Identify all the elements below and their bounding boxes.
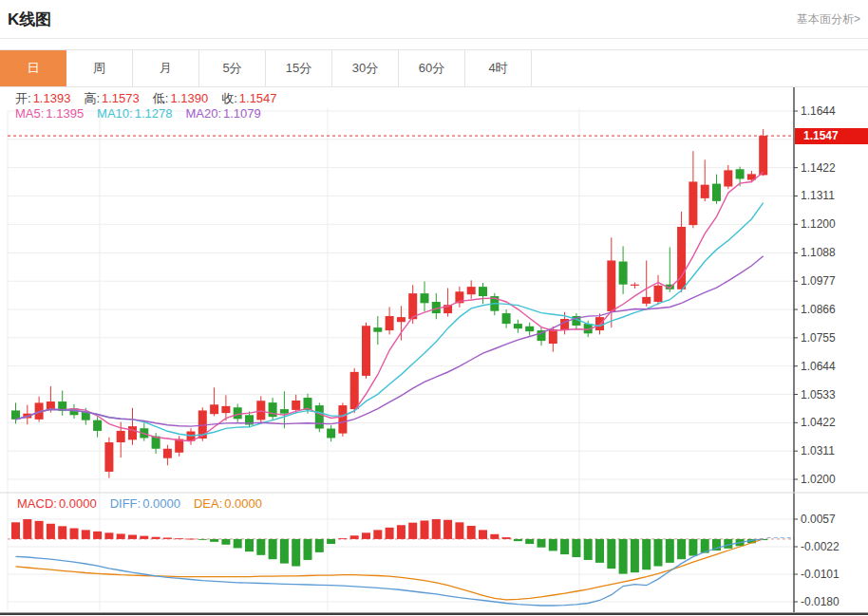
legend-item: 开:1.1393 bbox=[15, 90, 70, 107]
tab-month[interactable]: 月 bbox=[133, 50, 199, 86]
legend-item: MA20:1.1079 bbox=[185, 106, 260, 121]
price-tick: 1.0533 bbox=[801, 387, 865, 402]
legend-item: 高:1.1573 bbox=[84, 90, 139, 107]
price-tick: 1.0422 bbox=[801, 415, 865, 430]
price-tick: 1.0977 bbox=[801, 273, 865, 289]
price-tick: 1.1311 bbox=[801, 188, 865, 203]
macd-legend: MACD:0.0000DIFF:0.0000DEA:0.0000 bbox=[17, 496, 275, 511]
current-price-label: 1.1547 bbox=[795, 128, 868, 144]
macd-tick: -0.0101 bbox=[801, 567, 865, 582]
price-tick: 1.1422 bbox=[801, 160, 865, 176]
ma-legend: MA5:1.1395MA10:1.1278MA20:1.1079 bbox=[15, 106, 274, 121]
tab-5min[interactable]: 5分 bbox=[199, 50, 266, 86]
price-tick: 1.0311 bbox=[801, 443, 865, 458]
price-tick: 1.1200 bbox=[801, 216, 865, 232]
chart-area[interactable]: 开:1.1393高:1.1573低:1.1390收:1.1547 MA5:1.1… bbox=[0, 87, 868, 616]
kline-page: K线图 基本面分析> 日周月5分15分30分60分4时 开:1.1393高:1.… bbox=[0, 0, 868, 616]
page-header: K线图 基本面分析> bbox=[0, 0, 868, 39]
legend-item: DIFF:0.0000 bbox=[110, 496, 180, 511]
ohlc-legend: 开:1.1393高:1.1573低:1.1390收:1.1547 bbox=[15, 90, 291, 107]
page-title: K线图 bbox=[8, 9, 51, 30]
price-tick: 1.1644 bbox=[801, 103, 865, 119]
macd-tick: -0.0022 bbox=[801, 539, 865, 554]
legend-item: MA10:1.1278 bbox=[97, 106, 172, 121]
price-tick: 1.1088 bbox=[801, 245, 865, 260]
tab-week[interactable]: 周 bbox=[66, 50, 133, 86]
tab-15min[interactable]: 15分 bbox=[266, 50, 332, 86]
fundamental-analysis-link[interactable]: 基本面分析> bbox=[797, 11, 860, 28]
period-tabs: 日周月5分15分30分60分4时 bbox=[0, 49, 868, 87]
price-tick: 1.0755 bbox=[801, 330, 865, 345]
tab-30min[interactable]: 30分 bbox=[332, 50, 399, 86]
tab-4hour[interactable]: 4时 bbox=[465, 50, 532, 86]
macd-tick: 0.0057 bbox=[801, 512, 865, 527]
price-tick: 1.0866 bbox=[801, 302, 865, 317]
legend-item: MACD:0.0000 bbox=[17, 496, 97, 511]
macd-tick: -0.0180 bbox=[801, 594, 865, 609]
tab-day[interactable]: 日 bbox=[0, 50, 66, 86]
legend-item: 收:1.1547 bbox=[221, 90, 276, 107]
price-tick: 1.0200 bbox=[801, 472, 865, 487]
legend-item: MA5:1.1395 bbox=[15, 106, 84, 121]
tab-60min[interactable]: 60分 bbox=[399, 50, 465, 86]
legend-item: 低:1.1390 bbox=[153, 90, 208, 107]
legend-item: DEA:0.0000 bbox=[194, 496, 262, 511]
price-tick: 1.0644 bbox=[801, 359, 865, 374]
kline-canvas[interactable] bbox=[0, 87, 868, 616]
